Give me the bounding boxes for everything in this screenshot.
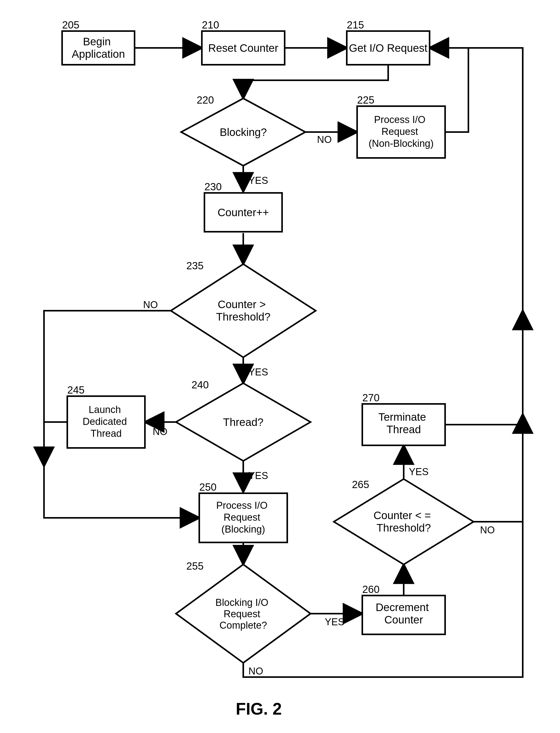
node-235-text: Counter > Threshold? [216, 298, 270, 323]
node-250-number: 250 [199, 481, 217, 493]
node-235-number: 235 [186, 260, 204, 271]
node-215: 215 Get I/O Request [347, 19, 430, 65]
node-255: 255 Blocking I/O Request Complete? [176, 560, 311, 663]
node-265-text: Counter < = Threshold? [373, 509, 434, 534]
node-205: 205 Begin Application [62, 19, 135, 65]
node-260-number: 260 [362, 584, 380, 595]
node-255-number: 255 [186, 560, 204, 572]
edge-label-235-yes: YES [248, 366, 268, 378]
node-230-text: Counter++ [218, 206, 269, 218]
edge-265-no-loop [474, 414, 523, 522]
edge-label-240-no: NO [153, 426, 167, 437]
node-270: 270 Terminate Thread [362, 392, 445, 445]
node-250-text: Process I/O Request (Blocking) [216, 500, 270, 535]
edge-label-240-yes: YES [248, 470, 268, 481]
node-210: 210 Reset Counter [202, 19, 285, 65]
node-240-number: 240 [191, 379, 209, 391]
node-265: 265 Counter < = Threshold? [334, 479, 474, 565]
node-225-number: 225 [357, 94, 374, 106]
node-245: 245 Launch Dedicated Thread [67, 384, 145, 448]
node-255-text: Blocking I/O Request Complete? [215, 597, 271, 631]
node-245-number: 245 [67, 384, 85, 396]
edge-245-join [44, 422, 67, 466]
edge-label-265-yes: YES [409, 466, 429, 477]
node-210-text: Reset Counter [208, 42, 278, 54]
edge-label-255-no: NO [248, 666, 263, 677]
node-210-number: 210 [202, 19, 219, 31]
node-225: 225 Process I/O Request (Non-Blocking) [357, 94, 445, 158]
node-240-text: Thread? [223, 416, 263, 428]
node-235: 235 Counter > Threshold? [171, 260, 316, 357]
node-265-number: 265 [352, 479, 369, 490]
node-240: 240 Thread? [176, 379, 311, 461]
edge-label-220-no: NO [317, 134, 332, 145]
edge-label-265-no: NO [480, 525, 495, 536]
node-205-number: 205 [62, 19, 79, 31]
node-215-text: Get I/O Request [349, 42, 428, 54]
edge-label-220-yes: YES [248, 175, 268, 186]
edge-215-220 [243, 63, 388, 98]
figure-title: FIG. 2 [236, 700, 282, 718]
edge-label-255-yes: YES [325, 617, 344, 627]
edge-270-loop [445, 311, 523, 425]
node-220-number: 220 [197, 94, 214, 106]
edge-label-235-no: NO [143, 299, 158, 310]
node-215-number: 215 [347, 19, 364, 31]
node-230-number: 230 [204, 181, 222, 192]
node-270-number: 270 [362, 392, 380, 404]
node-220-text: Blocking? [220, 126, 267, 138]
node-220: 220 Blocking? [181, 94, 305, 166]
